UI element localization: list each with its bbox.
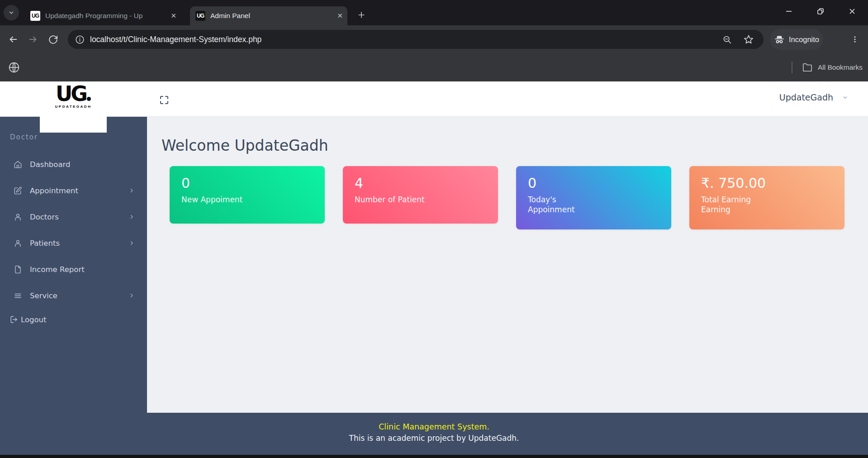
tab-close-icon[interactable]: ✕	[337, 12, 343, 20]
fullscreen-button[interactable]	[159, 95, 170, 105]
address-bar[interactable]: localhost/t/Clinic-Management-System/ind…	[68, 30, 764, 49]
user-icon	[14, 239, 22, 248]
forward-button[interactable]	[26, 32, 40, 47]
file-icon	[14, 265, 22, 274]
sidebar-item-label: Patients	[30, 239, 129, 248]
tab-admin-panel[interactable]: UG Admin Panel ✕	[190, 6, 347, 25]
sidebar-section-label: Doctor	[10, 133, 38, 141]
stat-label: Today's Appoinment	[528, 195, 659, 215]
logout-icon	[10, 315, 18, 324]
tab-title: Updategadh Programming - Up	[45, 12, 167, 20]
sidebar-item-service[interactable]: Service	[0, 282, 147, 309]
chevron-right-icon	[129, 214, 134, 219]
browser-toolbar: localhost/t/Clinic-Management-System/ind…	[0, 25, 868, 53]
edit-icon	[14, 186, 22, 195]
chevron-right-icon	[129, 188, 134, 193]
stat-card-patient-count: 4 Number of Patient	[343, 166, 498, 224]
close-icon	[849, 8, 856, 15]
sidebar-item-logout[interactable]: Logout	[0, 309, 147, 330]
close-window-button[interactable]	[836, 0, 868, 23]
incognito-icon	[774, 34, 785, 45]
stat-label: Total Earning Earning	[701, 195, 833, 215]
sidebar-item-doctors[interactable]: Doctors	[0, 204, 147, 230]
tab-close-icon[interactable]: ✕	[171, 12, 176, 20]
stat-label: Number of Patient	[355, 195, 486, 205]
folder-icon	[802, 62, 812, 72]
ug-favicon: UG	[30, 11, 40, 21]
restore-icon	[817, 8, 824, 15]
footer-app-name: Clinic Management System.	[0, 422, 868, 431]
stat-card-total-earning: ₹. 750.00 Total Earning Earning	[689, 166, 844, 229]
stat-value: 4	[355, 176, 486, 191]
three-dots-icon	[851, 35, 859, 43]
divider	[792, 62, 792, 73]
page-title: Welcome UpdateGadh	[161, 137, 328, 154]
tab-strip: UG Updategadh Programming - Up ✕ UG Admi…	[0, 0, 868, 25]
sidebar-item-appointment[interactable]: Appointment	[0, 177, 147, 204]
stat-card-new-appointments: 0 New Appoiment	[170, 166, 325, 224]
logo-dot	[87, 97, 91, 101]
page-header	[0, 81, 868, 117]
chevron-down-icon	[842, 95, 848, 100]
chevron-down-icon	[8, 10, 14, 16]
footer-credit: This is an academic project by UpdateGad…	[0, 434, 868, 443]
new-tab-button[interactable]	[355, 8, 368, 22]
fullscreen-icon	[159, 95, 170, 105]
zoom-icon[interactable]	[722, 35, 732, 44]
stat-value: 0	[528, 176, 659, 191]
restore-button[interactable]	[805, 0, 836, 23]
sidebar-item-label: Service	[30, 291, 129, 300]
sidebar-item-label: Income Report	[30, 265, 134, 274]
omnibox-actions	[722, 34, 754, 44]
arrow-left-icon	[8, 34, 18, 44]
sidebar-item-label: Logout	[21, 315, 47, 324]
reload-icon	[48, 35, 58, 44]
sidebar-menu: Dashboard Appointment Doctors Patients I…	[0, 151, 147, 309]
window-controls	[773, 0, 868, 23]
bookmark-star-icon[interactable]	[744, 34, 754, 44]
sidebar-item-patients[interactable]: Patients	[0, 230, 147, 256]
brand-logo[interactable]: UG UPDATEGADH	[40, 81, 107, 133]
stat-value: 0	[181, 176, 313, 191]
sidebar-item-label: Appointment	[30, 186, 129, 195]
home-icon	[14, 160, 22, 169]
logo-monogram: UG	[40, 83, 107, 104]
user-dropdown[interactable]: UpdateGadh	[779, 92, 848, 102]
browser-menu-button[interactable]	[849, 33, 861, 46]
main-content: Welcome UpdateGadh 0 New Appoiment 4 Num…	[147, 117, 868, 413]
stat-cards-row: 0 New Appoiment 4 Number of Patient 0 To…	[170, 166, 844, 229]
tab-search-button[interactable]	[4, 5, 19, 20]
sidebar-navigation: Doctor Dashboard Appointment Doctors Pat…	[0, 117, 147, 413]
browser-window: UG Updategadh Programming - Up ✕ UG Admi…	[0, 0, 868, 458]
stat-label: New Appoiment	[181, 195, 313, 205]
plus-icon	[357, 10, 366, 19]
incognito-label: Incognito	[789, 35, 819, 44]
menu-icon	[14, 291, 22, 300]
ug-favicon: UG	[195, 11, 205, 21]
reload-button[interactable]	[46, 32, 60, 47]
window-bottom-edge	[0, 455, 868, 458]
url-text[interactable]: localhost/t/Clinic-Management-System/ind…	[90, 35, 722, 44]
logo-subtext: UPDATEGADH	[40, 105, 107, 109]
incognito-badge: Incognito	[770, 29, 823, 50]
sidebar-item-label: Doctors	[30, 213, 129, 221]
user-icon	[14, 213, 22, 221]
minimize-icon	[785, 8, 792, 15]
sidebar-item-label: Dashboard	[30, 160, 134, 169]
bookmark-globe-icon[interactable]	[8, 62, 20, 73]
all-bookmarks-label: All Bookmarks	[818, 63, 863, 72]
minimize-button[interactable]	[773, 0, 805, 23]
tab-title: Admin Panel	[210, 12, 333, 20]
stat-value: ₹. 750.00	[701, 176, 833, 191]
back-button[interactable]	[6, 32, 20, 47]
stat-card-todays-appointments: 0 Today's Appoinment	[516, 166, 671, 229]
chevron-right-icon	[129, 240, 134, 246]
arrow-right-icon	[28, 34, 38, 44]
page-footer: Clinic Management System. This is an aca…	[0, 413, 868, 455]
sidebar-item-income-report[interactable]: Income Report	[0, 256, 147, 282]
sidebar-item-dashboard[interactable]: Dashboard	[0, 151, 147, 177]
site-info-icon[interactable]	[75, 35, 85, 44]
all-bookmarks-button[interactable]: All Bookmarks	[792, 53, 863, 81]
tab-updategadh-programming[interactable]: UG Updategadh Programming - Up ✕	[25, 6, 181, 25]
chevron-right-icon	[129, 293, 134, 298]
